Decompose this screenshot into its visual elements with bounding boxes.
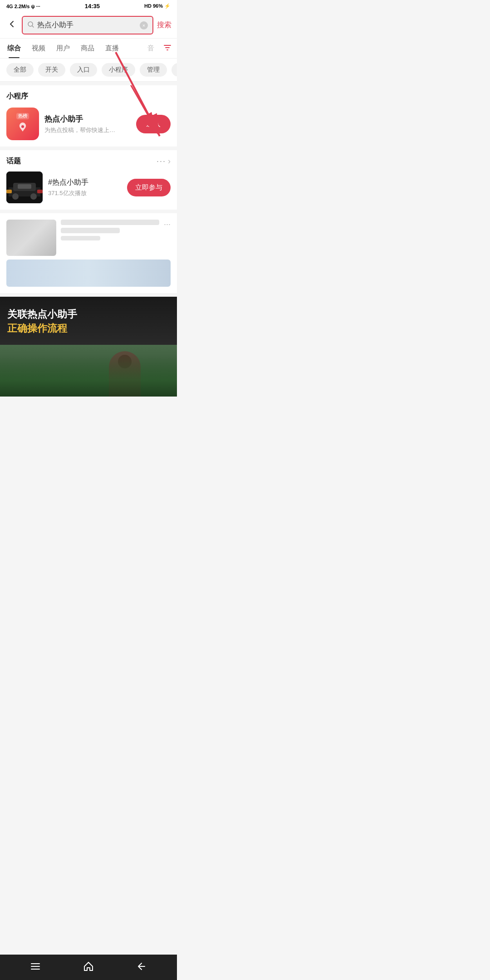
battery-text: HD 96% ⚡ (144, 3, 171, 9)
tab-视频[interactable]: 视频 (26, 39, 51, 58)
blurred-card-1: ··· (6, 220, 171, 256)
chip-入口[interactable]: 入口 (70, 63, 97, 77)
join-button[interactable]: 立即参与 (127, 179, 171, 196)
video-title-overlay: 关联热点小助手 正确操作流程 (7, 308, 77, 336)
svg-rect-9 (37, 190, 43, 193)
search-box[interactable]: 热点小助手 × (22, 16, 153, 34)
chip-话题[interactable]: 话题 (172, 63, 177, 77)
search-icon (27, 21, 34, 29)
chip-小程序[interactable]: 小程序 (102, 63, 135, 77)
svg-point-1 (21, 125, 24, 128)
mini-program-card: 热榜 热点小助手 为热点投稿，帮你快速上… 进入 (6, 108, 171, 140)
video-thumbnail-big: 关联热点小助手 正确操作流程 (0, 297, 177, 397)
status-right: HD 96% ⚡ (144, 3, 171, 9)
tab-商品[interactable]: 商品 (75, 39, 100, 58)
tabs-bar: 综合 视频 用户 商品 直播 音 (0, 39, 177, 59)
blurred-text-1 (61, 220, 159, 240)
topics-title: 话题 (6, 157, 157, 166)
status-left: 4G 2.2M/s ψ ··· (6, 4, 40, 9)
filter-chips: 全部 开关 入口 小程序 管理 话题 (0, 59, 177, 82)
chip-管理[interactable]: 管理 (140, 63, 167, 77)
signal-text: 4G 2.2M/s ψ ··· (6, 4, 40, 9)
tab-用户[interactable]: 用户 (51, 39, 75, 58)
topic-thumb-svg (6, 172, 43, 203)
topics-header: 话题 ··· › (6, 157, 171, 166)
topics-arrow-icon[interactable]: › (168, 157, 171, 166)
video-title-line2: 正确操作流程 (7, 322, 77, 336)
svg-point-7 (30, 193, 37, 200)
topics-section: 话题 ··· › 视频 #热点小助 (0, 150, 177, 210)
mini-program-icon: 热榜 (6, 108, 39, 140)
enter-button[interactable]: 进入 (136, 115, 171, 133)
topic-info: #热点小助手 371.5亿次播放 (48, 178, 122, 197)
chip-开关[interactable]: 开关 (38, 63, 65, 77)
mini-program-info: 热点小助手 为热点投稿，帮你快速上… (44, 114, 131, 134)
video-big-section: 关联热点小助手 正确操作流程 (0, 297, 177, 397)
blurred-section: ··· (0, 213, 177, 293)
search-button[interactable]: 搜索 (157, 20, 172, 30)
mini-program-section: 小程序 热榜 热点小助手 为热点投稿，帮你快速上… 进入 (0, 85, 177, 147)
topic-thumbnail: 视频 (6, 172, 43, 203)
mini-program-name: 热点小助手 (44, 114, 131, 124)
svg-rect-8 (6, 190, 12, 193)
mini-program-title: 小程序 (6, 92, 171, 101)
svg-point-6 (12, 193, 19, 200)
blurred-wide-row (6, 260, 171, 287)
tabs-right: 音 (142, 39, 175, 58)
more-options-icon[interactable]: ··· (164, 220, 171, 229)
video-title-line1: 关联热点小助手 (7, 308, 77, 322)
svg-rect-10 (18, 184, 31, 189)
chip-全部[interactable]: 全部 (6, 63, 34, 77)
topic-count: 371.5亿次播放 (48, 189, 122, 197)
back-button[interactable] (5, 18, 18, 33)
status-bar: 4G 2.2M/s ψ ··· 14:35 HD 96% ⚡ (0, 0, 177, 12)
search-header: 热点小助手 × 搜索 (0, 12, 177, 39)
filter-icon[interactable] (163, 44, 172, 54)
status-time: 14:35 (85, 3, 100, 10)
tab-综合[interactable]: 综合 (2, 39, 26, 58)
search-query: 热点小助手 (37, 20, 137, 30)
blurred-thumb-1 (6, 220, 56, 256)
topic-card: 视频 #热点小助手 371.5亿次播放 立即参与 (6, 172, 171, 203)
clear-button[interactable]: × (140, 21, 148, 29)
topic-name: #热点小助手 (48, 178, 122, 187)
tab-音[interactable]: 音 (142, 39, 160, 58)
tab-直播[interactable]: 直播 (100, 39, 124, 58)
mini-program-desc: 为热点投稿，帮你快速上… (44, 126, 131, 134)
topics-more-icon[interactable]: ··· (157, 157, 166, 166)
